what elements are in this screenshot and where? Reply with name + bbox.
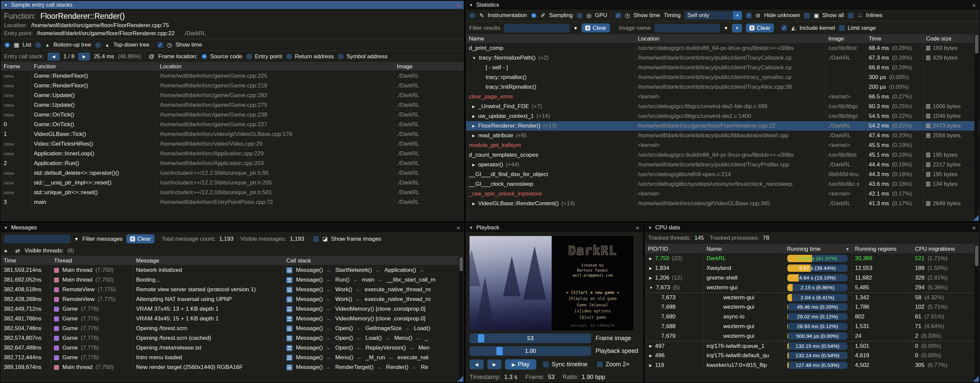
checkbox-icon[interactable] <box>838 25 845 31</box>
cpu-row[interactable]: 7,679 wezterm-gui 500.94 µs (0.00%) 24 2… <box>645 331 979 341</box>
process-name[interactable]: wezterm-gui <box>704 283 784 292</box>
clear-filter-button[interactable]: x Clear <box>582 24 610 32</box>
message-row[interactable]: 389,169,674ns Main thread (7,750) New re… <box>1 362 463 372</box>
scrollbar[interactable] <box>974 34 978 221</box>
call-stack-row[interactable]: inline std::__uniq_ptr_impl<>::reset() /… <box>1 178 463 188</box>
expander-icon[interactable]: ▶ <box>472 163 475 167</box>
thread-name[interactable]: RemoteView <box>62 286 94 293</box>
zoom-2x-checkbox[interactable]: Zoom 2× <box>597 361 630 368</box>
message-filter-input[interactable] <box>4 235 70 244</box>
callstack-frame-link[interactable]: Message() <box>296 267 323 274</box>
panel-titlebar[interactable]: ▼ Sample entry call stacks × <box>1 1 463 9</box>
callstack-frame-link[interactable]: Message() <box>296 364 323 370</box>
callstack-icon[interactable] <box>286 345 293 351</box>
location-cell[interactable]: /home/wolf/darkrl/src/video/Video.cpp:29 <box>157 139 394 149</box>
col-location[interactable]: Location <box>157 62 394 71</box>
col-location[interactable]: Location <box>635 34 826 43</box>
checkbox-icon[interactable] <box>746 13 752 19</box>
callstack-frame-link[interactable]: Application() <box>384 267 416 274</box>
stat-mode-radio[interactable]: Sampling <box>531 12 573 19</box>
callstack-frame-link[interactable]: Open() <box>335 325 353 332</box>
callstack-frame-link[interactable]: _M_run <box>366 354 385 361</box>
process-name[interactable]: DarkRL <box>704 254 784 263</box>
process-name[interactable]: gnome-shell <box>704 273 784 283</box>
call-stack-row[interactable]: inline Game::Update() /home/wolf/darkrl/… <box>1 100 463 110</box>
frame-location-radio[interactable]: Symbol address <box>337 53 387 60</box>
callstack-frame-link[interactable]: Message() <box>296 335 323 342</box>
message-row[interactable]: 382,481,766ns Game (7,776) VRAM 43x45: 1… <box>1 314 463 324</box>
process-name[interactable]: wezterm-gui <box>704 322 784 331</box>
symbol-name[interactable]: FloorRenderer::Render() <box>478 122 540 129</box>
thread-name[interactable]: Game <box>62 354 78 361</box>
statistics-row[interactable]: ▼ tracy::NormalizePath() (+2) /home/wolf… <box>466 53 979 63</box>
message-row[interactable]: 382,449,712ns Game (7,776) VRAM 37x45: 1… <box>1 304 463 314</box>
callstack-frame-link[interactable]: Work() <box>335 296 352 303</box>
col-pid-tid[interactable]: PID/TID <box>645 244 704 253</box>
cpu-row[interactable]: 7,689 wezterm-gui 49.46 ms (0.20%) 1,786… <box>645 302 979 312</box>
col-call-stack[interactable]: Call stack <box>283 256 463 265</box>
callstack-frame-link[interactable]: Run() <box>335 277 350 283</box>
callstack-icon[interactable] <box>286 267 293 274</box>
location-cell[interactable]: /home/wolf/darkrl/src/Application.cpp:20… <box>157 159 394 168</box>
callstack-frame-link[interactable]: StartNetwork() <box>335 267 372 274</box>
symbol-name[interactable]: [ - self - ] <box>486 64 508 71</box>
filter-icon[interactable]: ▼ <box>724 25 728 31</box>
callstack-icon[interactable] <box>286 316 293 322</box>
collapse-icon[interactable]: ▼ <box>4 226 8 229</box>
location-cell[interactable]: /home/wolf/darkrl/contrib/tracy/public/c… <box>635 82 826 92</box>
checkbox-icon[interactable] <box>781 25 787 31</box>
radio-icon[interactable] <box>286 53 292 60</box>
thread-name[interactable]: Game <box>62 335 78 342</box>
statistics-row[interactable]: __GI___dl_find_dso_for_object /usr/src/d… <box>466 170 979 179</box>
statistics-row[interactable]: __GI___clock_nanosleep /usr/src/debug/gl… <box>466 179 979 189</box>
location-cell[interactable]: /home/wolf/darkrl/src/game/Game.cpp:225 <box>157 71 394 81</box>
statistics-row[interactable]: _raw_spin_unlock_irqrestore <kernel> <ke… <box>466 189 979 199</box>
process-name[interactable]: wezterm-gui <box>704 302 784 312</box>
col-frame[interactable]: Frame <box>1 62 31 71</box>
callstack-frame-link[interactable]: Work() <box>335 286 352 293</box>
statistics-row[interactable]: ▶ _Unwind_Find_FDE (+7) /usr/src/debug/g… <box>466 102 979 111</box>
call-stack-row[interactable]: 2 Application::Run() /home/wolf/darkrl/s… <box>1 159 463 168</box>
resize-grip[interactable] <box>458 376 463 381</box>
thread-name[interactable]: Game <box>62 305 78 312</box>
callstack-frame-link[interactable]: Load() <box>365 335 382 342</box>
location-cell[interactable]: /home/wolf/darkrl/src/game/Game.cpp:283 <box>157 91 394 100</box>
col-cpu-migrations[interactable]: CPU migrations <box>912 244 979 253</box>
cpu-row[interactable]: ▼ 7,673 (5) wezterm-gui 2.15 s (8.86%) 5… <box>645 283 979 293</box>
prev-frame-button[interactable]: ◀ <box>469 359 484 369</box>
col-message[interactable]: Message <box>134 256 283 265</box>
radio-icon[interactable] <box>201 53 207 60</box>
col-image[interactable]: Image <box>826 34 866 43</box>
location-cell[interactable]: /usr/src/debug/gcc-build/x86_64-pc-linux… <box>635 44 826 53</box>
filter-results-input[interactable] <box>504 24 570 32</box>
process-name[interactable]: kworker/u17:0+i915_flip <box>704 361 784 370</box>
message-row[interactable]: 382,647,488ns Game (7,776) Opening /meta… <box>1 343 463 353</box>
message-row[interactable]: 382,574,807ns Game (7,776) Opening /fore… <box>1 334 463 343</box>
callstack-frame-link[interactable]: Open() <box>335 335 353 342</box>
statistics-row[interactable]: ▶ VideoGLBase::RenderContent() (+14) /ho… <box>466 199 979 209</box>
location-cell[interactable]: /home/wolf/darkrl/contrib/tracy/public/c… <box>635 63 826 72</box>
panel-titlebar[interactable]: ▼ Statistics × <box>466 1 979 9</box>
stat-mode-radio[interactable]: Instrumentation <box>469 12 527 19</box>
function-cell[interactable]: main <box>31 198 157 207</box>
location-cell[interactable]: /home/wolf/darkrl/src/game/Game.cpp:219 <box>157 81 394 90</box>
callstack-frame-link[interactable]: ReplayVersion() <box>365 345 406 351</box>
function-cell[interactable]: Game::Update() <box>31 91 157 100</box>
expander-icon[interactable]: ▶ <box>472 201 475 206</box>
expander-icon[interactable]: ▶ <box>472 134 475 138</box>
location-cell[interactable]: /usr/src/debug/gcc/libgcc/unwind-dw2.c:1… <box>635 111 826 121</box>
panel-titlebar[interactable]: ▼ Messages × <box>1 224 463 232</box>
radio-icon[interactable] <box>337 53 344 60</box>
call-stack-row[interactable]: inline Game::OnTick() /home/wolf/darkrl/… <box>1 110 463 120</box>
location-cell[interactable]: /home/wolf/darkrl/src/EntryPointPosix.cp… <box>157 198 394 207</box>
function-cell[interactable]: std::unique_ptr<>::reset() <box>31 188 157 197</box>
symbol-name[interactable]: read_attribute <box>478 132 513 139</box>
include-kernel-checkbox[interactable]: Include kernel <box>781 24 835 32</box>
symbol-name[interactable]: _Unwind_Find_FDE <box>478 103 529 110</box>
symbol-name[interactable]: tracy::InitRpmalloc() <box>486 84 536 90</box>
scrollbar-thumb[interactable] <box>975 35 978 54</box>
location-cell[interactable]: /home/wolf/darkrl/src/video/gl/VideoGLBa… <box>157 130 394 139</box>
expander-icon[interactable]: ▶ <box>649 256 652 261</box>
message-row[interactable]: 381,559,214ns Main thread (7,750) Networ… <box>1 266 463 275</box>
location-cell[interactable]: <kernel> <box>635 141 826 150</box>
